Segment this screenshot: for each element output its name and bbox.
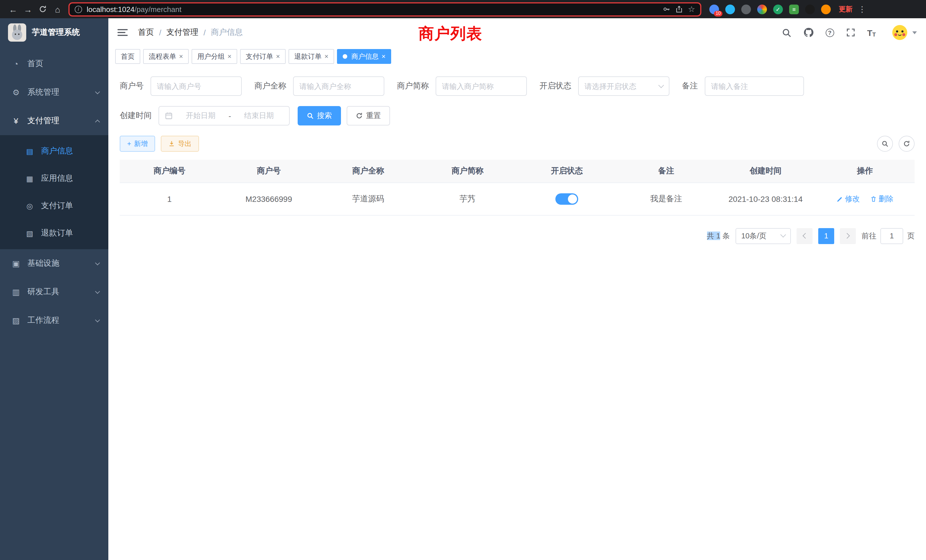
tab-home[interactable]: 首页	[115, 49, 140, 64]
tools-icon: ▥	[11, 288, 21, 297]
tab-refund-order[interactable]: 退款订单×	[289, 49, 334, 64]
column-header: 商户全称	[318, 160, 418, 183]
goto-page-input[interactable]	[881, 228, 903, 244]
browser-extension-icon[interactable]: 10	[709, 4, 719, 14]
merchant-no-label: 商户号	[120, 81, 144, 91]
reset-button[interactable]: 重置	[346, 106, 390, 126]
user-menu[interactable]	[891, 24, 917, 41]
close-icon[interactable]: ×	[324, 53, 328, 60]
browser-update-button[interactable]: 更新	[839, 4, 852, 14]
goto-unit: 页	[907, 231, 915, 241]
sidebar-item-dev-tools[interactable]: ▥ 研发工具	[0, 278, 108, 306]
edit-icon	[837, 195, 843, 202]
cell-create-time: 2021-10-23 08:31:14	[716, 183, 816, 215]
password-key-icon[interactable]	[663, 5, 671, 13]
app-logo[interactable]: 芋道管理系统	[0, 18, 108, 47]
add-button[interactable]: + 新增	[120, 136, 155, 152]
search-button[interactable]: 搜索	[298, 106, 341, 126]
workflow-icon: ▨	[11, 316, 21, 325]
share-icon[interactable]	[675, 5, 683, 13]
full-name-input[interactable]	[293, 76, 384, 96]
delete-link[interactable]: 删除	[870, 194, 894, 204]
close-icon[interactable]: ×	[179, 53, 183, 60]
next-page-button[interactable]	[840, 228, 856, 244]
sidebar-item-refund-order[interactable]: ▧ 退款订单	[0, 219, 108, 247]
order-icon: ◎	[25, 201, 34, 210]
help-icon[interactable]: ?	[825, 28, 834, 37]
browser-extension-icon[interactable]: ≡	[789, 4, 799, 14]
sidebar-item-app-info[interactable]: ▦ 应用信息	[0, 165, 108, 192]
header-search-icon[interactable]	[781, 28, 791, 37]
browser-extension-icon[interactable]	[725, 4, 735, 14]
github-icon[interactable]	[803, 27, 813, 38]
browser-menu-icon[interactable]: ⋮	[858, 5, 866, 14]
close-icon[interactable]: ×	[381, 53, 386, 60]
tab-process-form[interactable]: 流程表单×	[143, 49, 189, 64]
sidebar-item-payment[interactable]: ¥ 支付管理	[0, 107, 108, 135]
sidebar-item-merchant-info[interactable]: ▤ 商户信息	[0, 138, 108, 165]
status-switch[interactable]	[555, 193, 578, 204]
page-number-button[interactable]: 1	[818, 228, 834, 244]
toggle-search-button[interactable]	[877, 136, 893, 152]
font-size-icon[interactable]: TT	[867, 28, 876, 37]
sidebar-item-pay-order[interactable]: ◎ 支付订单	[0, 192, 108, 219]
remark-input[interactable]	[705, 76, 804, 96]
bookmark-star-icon[interactable]: ☆	[688, 5, 695, 14]
search-icon	[882, 140, 888, 147]
close-icon[interactable]: ×	[276, 53, 280, 60]
browser-extension-icon[interactable]	[741, 4, 751, 14]
column-header: 备注	[617, 160, 716, 183]
create-time-range-picker[interactable]: 开始日期 - 结束日期	[159, 106, 290, 126]
site-info-icon[interactable]: i	[75, 5, 82, 13]
edit-link[interactable]: 修改	[837, 194, 860, 204]
cell-short-name: 芋艿	[418, 183, 517, 215]
remark-label: 备注	[682, 81, 698, 91]
prev-page-button[interactable]	[797, 228, 813, 244]
tab-merchant-info[interactable]: 商户信息×	[337, 49, 391, 64]
chevron-left-icon	[803, 233, 808, 239]
merchant-table: 商户编号 商户号 商户全称 商户简称 开启状态 备注 创建时间 操作 1	[120, 160, 915, 215]
cell-full-name: 芋道源码	[318, 183, 418, 215]
breadcrumb-item-payment[interactable]: 支付管理	[166, 27, 198, 38]
search-icon	[307, 112, 313, 119]
cell-merchant-no: M233666999	[219, 183, 319, 215]
sidebar-item-infra[interactable]: ▣ 基础设施	[0, 249, 108, 278]
forward-icon[interactable]: →	[21, 2, 35, 17]
page-size-select[interactable]: 10条/页	[735, 228, 791, 244]
refresh-icon	[356, 112, 363, 119]
hamburger-icon[interactable]	[118, 29, 128, 36]
refresh-table-button[interactable]	[899, 136, 915, 152]
trash-icon	[870, 195, 877, 202]
cell-operations: 修改 删除	[816, 183, 915, 215]
fullscreen-icon[interactable]	[846, 28, 855, 37]
dashboard-icon: ◔	[11, 59, 21, 68]
address-bar[interactable]: i localhost:1024/pay/merchant ☆	[68, 2, 701, 16]
back-icon[interactable]: ←	[6, 2, 21, 17]
browser-extension-icon[interactable]	[821, 4, 831, 14]
sidebar-item-home[interactable]: ◔ 首页	[0, 50, 108, 78]
calendar-icon	[165, 112, 173, 120]
browser-extension-icon[interactable]: ✓	[773, 4, 783, 14]
logo-avatar-image	[8, 23, 26, 42]
short-name-input[interactable]	[436, 76, 527, 96]
browser-profile-icon[interactable]	[757, 4, 767, 14]
status-select[interactable]	[578, 76, 669, 96]
tab-user-group[interactable]: 用户分组×	[192, 49, 237, 64]
merchant-no-input[interactable]	[151, 76, 242, 96]
table-row: 1 M233666999 芋道源码 芋艿 我是备注 2021-10-23 08:…	[120, 183, 915, 215]
tab-pay-order[interactable]: 支付订单×	[240, 49, 286, 64]
chevron-down-icon	[912, 31, 917, 34]
browser-extension-icon[interactable]	[805, 4, 815, 14]
home-icon[interactable]: ⌂	[50, 2, 65, 17]
reload-icon[interactable]	[35, 2, 50, 17]
pagination: 共 1 条 10条/页 1 前往 页	[120, 228, 915, 244]
sidebar-item-workflow[interactable]: ▨ 工作流程	[0, 306, 108, 335]
column-header: 商户编号	[120, 160, 219, 183]
sidebar-item-system[interactable]: ⚙ 系统管理	[0, 78, 108, 107]
breadcrumb-separator: /	[159, 28, 161, 37]
short-name-label: 商户简称	[397, 81, 429, 91]
close-icon[interactable]: ×	[227, 53, 232, 60]
date-start-placeholder: 开始日期	[176, 110, 225, 121]
breadcrumb-item-home[interactable]: 首页	[138, 27, 154, 38]
export-button[interactable]: 导出	[161, 136, 199, 152]
